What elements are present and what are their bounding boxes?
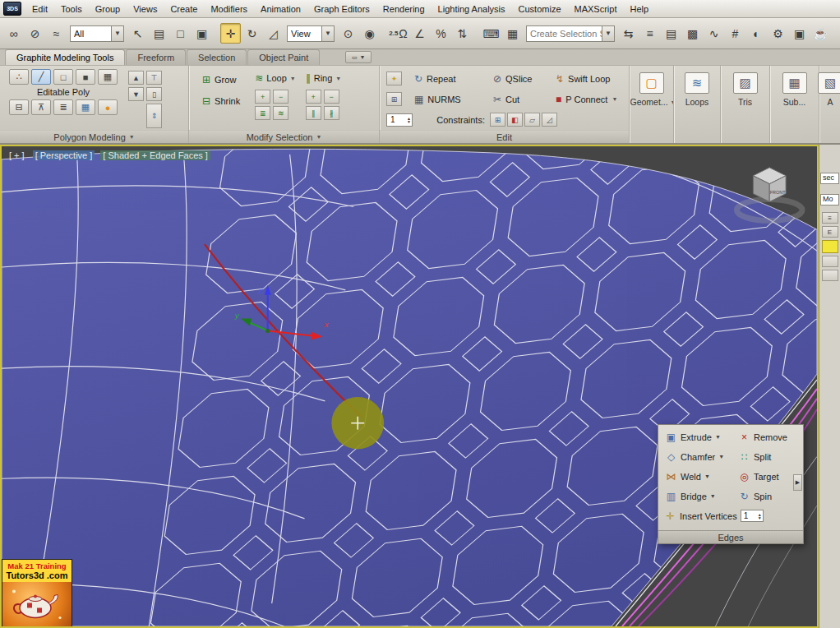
unlink-selection-button[interactable]: ⊘ bbox=[25, 23, 45, 44]
chevron-down-icon[interactable]: ▼ bbox=[718, 454, 724, 459]
curve-editor-button[interactable]: ∿ bbox=[704, 23, 724, 44]
cut-button[interactable]: ✂ Cut bbox=[490, 90, 549, 108]
chevron-down-icon[interactable]: ▼ bbox=[704, 473, 710, 479]
chevron-down-icon[interactable]: ▼ bbox=[111, 26, 123, 41]
next-modifier-icon[interactable]: ▼ bbox=[128, 87, 144, 101]
spin-button[interactable]: ↻Spin bbox=[736, 487, 796, 506]
edit-spinner[interactable]: 1 ▲▼ bbox=[386, 113, 413, 127]
lock-icon[interactable]: ✦ bbox=[386, 72, 402, 85]
qslice-button[interactable]: ⊘ QSlice bbox=[490, 70, 549, 87]
preview-subobject-icon[interactable]: ▦ bbox=[76, 99, 95, 115]
grid-icon[interactable]: ⊞ bbox=[386, 92, 402, 106]
bridge-button[interactable]: ▥Bridge▼ bbox=[662, 487, 736, 506]
rendered-frame-button[interactable]: ▣ bbox=[789, 23, 810, 44]
tab-object-paint[interactable]: Object Paint bbox=[247, 49, 320, 65]
chevron-down-icon[interactable]: ▼ bbox=[602, 26, 614, 41]
menu-item-tools[interactable]: Tools bbox=[54, 2, 89, 16]
viewport-pov-label[interactable]: [ Perspective ] bbox=[33, 150, 95, 160]
shrink-ring-icon[interactable]: − bbox=[324, 90, 339, 104]
chevron-down-icon[interactable]: ▼ bbox=[321, 26, 334, 41]
extrude-button[interactable]: ▣Extrude▼ bbox=[662, 427, 736, 446]
collapse-stack-icon[interactable]: ⊟ bbox=[9, 99, 29, 115]
rectangular-selection-button[interactable]: □ bbox=[170, 23, 191, 44]
element-mode-icon[interactable]: ▦ bbox=[98, 69, 118, 85]
insert-vertices-spinner[interactable]: 1▲▼ bbox=[741, 510, 764, 522]
constrain-normal-icon[interactable]: ◿ bbox=[542, 113, 557, 127]
edge-mode-icon[interactable]: ╱ bbox=[31, 69, 51, 85]
edit-caption[interactable]: Edit bbox=[380, 130, 629, 143]
grow-loop-icon[interactable]: + bbox=[255, 90, 270, 104]
loops-panel[interactable]: ≋Loops bbox=[674, 66, 721, 143]
menu-item-create[interactable]: Create bbox=[164, 2, 204, 16]
reference-coordinate-dropdown[interactable]: View▼ bbox=[287, 25, 335, 42]
menu-item-rendering[interactable]: Rendering bbox=[376, 2, 432, 16]
repeat-button[interactable]: ↻ Repeat bbox=[411, 70, 487, 87]
command-panel-item[interactable] bbox=[822, 270, 838, 281]
menu-item-lighting-analysis[interactable]: Lighting Analysis bbox=[432, 2, 512, 16]
bind-to-space-warp-button[interactable]: ≈ bbox=[46, 23, 67, 44]
layer-manager-button[interactable]: ▤ bbox=[661, 23, 681, 44]
subobject-dot-icon[interactable]: ● bbox=[98, 99, 118, 115]
spinner-arrows-icon[interactable]: ▲▼ bbox=[758, 513, 763, 519]
ribbon-minimize-control[interactable]: ▭ ▼ bbox=[345, 51, 372, 63]
select-and-scale-button[interactable]: ◿ bbox=[263, 23, 284, 44]
viewport-shading-label[interactable]: [ Shaded + Edged Faces ] bbox=[100, 150, 210, 160]
shrink-button[interactable]: ⊟ Shrink bbox=[197, 92, 245, 109]
keyboard-override-button[interactable]: ⌨ bbox=[481, 23, 501, 44]
target-button[interactable]: ◎Target bbox=[736, 467, 796, 486]
viewport-maximize-label[interactable]: [ + ] bbox=[7, 150, 27, 160]
ring-mode-icon[interactable]: ∦ bbox=[324, 106, 339, 120]
use-pivot-point-button[interactable]: ⊙ bbox=[338, 23, 358, 44]
graphite-toggle-button[interactable]: ▩ bbox=[682, 23, 703, 44]
shrink-loop-icon[interactable]: − bbox=[273, 90, 288, 104]
loop-mode-icon[interactable]: ≋ bbox=[273, 106, 288, 120]
selection-filter-dropdown[interactable]: All▼ bbox=[70, 25, 124, 42]
modify-selection-caption[interactable]: Modify Selection ▼ bbox=[189, 130, 379, 143]
subdivision-panel[interactable]: ▦Sub... bbox=[770, 66, 819, 143]
insert-vertices-button[interactable]: ✛Insert Vertices1▲▼ bbox=[662, 506, 796, 525]
schematic-view-button[interactable]: # bbox=[725, 23, 745, 44]
pin-icon[interactable]: ⊤ bbox=[146, 71, 162, 85]
tab-selection[interactable]: Selection bbox=[187, 49, 247, 65]
select-and-manipulate-button[interactable]: ◉ bbox=[359, 23, 380, 44]
swift-loop-button[interactable]: ↯ Swift Loop bbox=[552, 70, 636, 87]
select-and-link-button[interactable]: ∞ bbox=[3, 23, 24, 44]
menu-item-group[interactable]: Group bbox=[89, 2, 127, 16]
pconnect-button[interactable]: ■ P Connect ▼ bbox=[552, 90, 636, 108]
command-panel-field-mid[interactable]: Mo bbox=[820, 194, 839, 205]
expand-stack-icon[interactable]: ⇕ bbox=[146, 104, 162, 128]
tab-freeform[interactable]: Freeform bbox=[126, 49, 186, 65]
split-button[interactable]: ∷Split bbox=[736, 447, 796, 466]
ring-button[interactable]: ∥ Ring ▼ bbox=[306, 71, 342, 85]
named-selection-dropdown[interactable]: Create Selection Se▼ bbox=[526, 25, 615, 42]
material-editor-button[interactable]: ◐ bbox=[746, 23, 767, 44]
command-panel-item[interactable]: E bbox=[822, 226, 838, 238]
panel-toggle-icon[interactable]: ▯ bbox=[146, 87, 162, 101]
menu-item-graph-editors[interactable]: Graph Editors bbox=[307, 2, 376, 16]
menu-item-views[interactable]: Views bbox=[127, 2, 164, 16]
percent-snap-button[interactable]: % bbox=[431, 23, 451, 44]
polygon-mode-icon[interactable]: ■ bbox=[76, 69, 95, 85]
dot-loop-icon[interactable]: ≣ bbox=[255, 106, 270, 120]
menu-item-modifiers[interactable]: Modifiers bbox=[204, 2, 254, 16]
loop-button[interactable]: ≋ Loop ▼ bbox=[255, 71, 295, 85]
mirror-button[interactable]: ⇆ bbox=[618, 23, 639, 44]
remove-button[interactable]: ×Remove bbox=[736, 427, 796, 446]
command-panel-item[interactable] bbox=[822, 256, 838, 267]
select-object-button[interactable]: ↖ bbox=[127, 23, 148, 44]
menu-item-maxscript[interactable]: MAXScript bbox=[568, 2, 624, 16]
edges-panel-caption[interactable]: Edges bbox=[658, 530, 803, 543]
tris-panel[interactable]: ▨Tris bbox=[721, 66, 770, 143]
snaps-toggle-button[interactable]: 2.5Ω bbox=[388, 23, 408, 44]
pin-stack-icon[interactable]: ⊼ bbox=[31, 99, 51, 115]
show-end-result-icon[interactable]: ≣ bbox=[53, 99, 73, 115]
constrain-none-icon[interactable]: ⊞ bbox=[490, 113, 505, 127]
grow-button[interactable]: ⊞ Grow bbox=[197, 71, 245, 88]
constrain-edge-icon[interactable]: ◧ bbox=[507, 113, 523, 127]
spinner-snap-button[interactable]: ⇅ bbox=[452, 23, 473, 44]
menu-item-animation[interactable]: Animation bbox=[254, 2, 307, 16]
panel-expand-arrow-icon[interactable]: ▶ bbox=[793, 474, 802, 491]
grow-ring-icon[interactable]: + bbox=[306, 90, 321, 104]
vertex-mode-icon[interactable]: ∴ bbox=[9, 69, 29, 85]
render-setup-button[interactable]: ⚙ bbox=[768, 23, 788, 44]
